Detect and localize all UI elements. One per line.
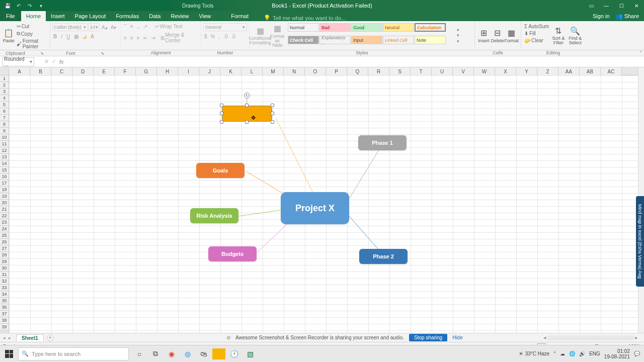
row-header[interactable]: 13 xyxy=(0,154,9,160)
notifications-icon[interactable]: 💬 xyxy=(634,351,640,356)
maximize-button[interactable]: ☐ xyxy=(614,0,629,11)
taskbar-search[interactable]: 🔍 Type here to search xyxy=(18,347,129,360)
delete-cells-button[interactable]: ⊟Delete xyxy=(491,22,504,48)
column-header[interactable]: X xyxy=(495,67,516,75)
qat-more-icon[interactable]: ▾ xyxy=(37,2,44,9)
fill-color-button[interactable]: ◢ xyxy=(82,33,88,40)
redo-icon[interactable]: ↷ xyxy=(26,2,33,9)
cut-button[interactable]: ✂Cut xyxy=(16,23,48,30)
sign-in-link[interactable]: Sign in xyxy=(593,13,610,19)
paste-button[interactable]: 📋 Paste xyxy=(2,22,16,48)
underline-button[interactable]: U xyxy=(65,33,71,40)
indent-dec-button[interactable]: ⇤ xyxy=(142,32,148,44)
hide-banner-link[interactable]: Hide xyxy=(452,335,463,340)
row-header[interactable]: 1 xyxy=(0,75,9,82)
inc-decimal-button[interactable]: .0 xyxy=(222,33,228,40)
indent-inc-button[interactable]: ⇥ xyxy=(150,32,156,44)
shape-phase2[interactable]: Phase 2 xyxy=(359,249,408,264)
accounting-button[interactable]: $ xyxy=(203,33,208,40)
row-header[interactable]: 7 xyxy=(0,115,9,121)
row-header[interactable]: 9 xyxy=(0,128,9,134)
autosum-button[interactable]: ΣAutoSum xyxy=(523,23,550,30)
chrome-icon[interactable]: ◉ xyxy=(164,345,179,363)
column-header[interactable]: Q xyxy=(347,67,368,75)
align-center-button[interactable]: ≡ xyxy=(129,32,134,44)
row-header[interactable]: 22 xyxy=(0,213,9,219)
clock[interactable]: 01:02 19-08-2021 xyxy=(604,348,630,359)
shape-budgets[interactable]: Budgets xyxy=(208,246,257,261)
column-header[interactable]: O xyxy=(305,67,326,75)
row-header[interactable]: 34 xyxy=(0,291,9,298)
task-view-icon[interactable]: ⧉ xyxy=(148,345,163,363)
tab-view[interactable]: View xyxy=(194,11,216,21)
row-header[interactable]: 36 xyxy=(0,304,9,311)
column-header[interactable]: F xyxy=(115,67,136,75)
row-header[interactable]: 12 xyxy=(0,147,9,154)
row-header[interactable]: 19 xyxy=(0,193,9,200)
stop-sharing-button[interactable]: Stop sharing xyxy=(409,334,447,341)
row-header[interactable]: 39 xyxy=(0,324,9,330)
column-header[interactable]: P xyxy=(326,67,347,75)
tab-home[interactable]: Home xyxy=(21,11,46,21)
save-icon[interactable]: 💾 xyxy=(4,2,11,9)
hscroll-left-icon[interactable]: ◂ xyxy=(543,334,546,341)
shrink-font-button[interactable]: A▾ xyxy=(110,23,118,31)
shape-goals[interactable]: Goals xyxy=(196,163,245,178)
insert-cells-button[interactable]: ⊞Insert xyxy=(477,22,491,48)
column-header[interactable]: U xyxy=(432,67,453,75)
row-header[interactable]: 29 xyxy=(0,258,9,265)
row-header[interactable]: 18 xyxy=(0,187,9,193)
edge-icon[interactable]: ◎ xyxy=(180,345,195,363)
style-explanatory[interactable]: Explanatory ... xyxy=(319,36,351,44)
column-header[interactable]: S xyxy=(389,67,411,75)
enter-formula-icon[interactable]: ✓ xyxy=(52,58,56,65)
minimize-button[interactable]: — xyxy=(599,0,614,11)
name-box[interactable]: Rounded ...▾ xyxy=(2,57,34,66)
tab-format[interactable]: Format xyxy=(226,11,254,21)
close-button[interactable]: ✕ xyxy=(629,0,644,11)
merge-center-button[interactable]: ⊞Merge & Center xyxy=(159,32,199,44)
fill-button[interactable]: ⬇Fill xyxy=(523,30,550,37)
style-linked-cell[interactable]: Linked Cell xyxy=(383,36,414,44)
tab-data[interactable]: Data xyxy=(144,11,166,21)
tell-me-search[interactable]: 💡 Tell me what you want to do... xyxy=(264,15,346,21)
cells-area[interactable]: ↻ ✥ Phase 1 Goals Risk Analysis Budgets … xyxy=(9,75,638,333)
align-bottom-button[interactable]: ⎵ xyxy=(136,23,141,30)
formula-input[interactable] xyxy=(66,57,644,66)
start-button[interactable] xyxy=(0,345,18,363)
row-header[interactable]: 8 xyxy=(0,121,9,128)
sort-filter-button[interactable]: ⇅Sort & Filter xyxy=(550,22,567,48)
sheet-nav-first-icon[interactable]: ◂ xyxy=(3,335,6,340)
row-header[interactable]: 21 xyxy=(0,206,9,213)
row-header[interactable]: 35 xyxy=(0,298,9,304)
dec-decimal-button[interactable]: .0 xyxy=(230,33,236,40)
row-header[interactable]: 17 xyxy=(0,180,9,187)
undo-icon[interactable]: ↶ xyxy=(15,2,22,9)
align-left-button[interactable]: ≡ xyxy=(123,32,128,44)
cell-styles-gallery[interactable]: Normal Bad Good Neutral Calculation Chec… xyxy=(286,22,457,48)
row-header[interactable]: 30 xyxy=(0,265,9,272)
style-note[interactable]: Note xyxy=(415,36,446,44)
rotate-handle-icon[interactable]: ↻ xyxy=(244,93,250,99)
number-format-select[interactable]: General▾ xyxy=(203,23,247,31)
side-panel-tab[interactable]: Mind map in excel (Esha Verma) Aug xyxy=(636,196,644,287)
tray-expand-icon[interactable]: ˄ xyxy=(553,351,556,356)
gallery-down-icon[interactable]: ▾ xyxy=(457,33,459,38)
row-header[interactable]: 20 xyxy=(0,200,9,206)
column-header[interactable]: AB xyxy=(580,67,601,75)
style-bad[interactable]: Bad xyxy=(319,23,351,32)
comma-button[interactable]: , xyxy=(217,33,221,40)
row-header[interactable]: 5 xyxy=(0,102,9,108)
row-header[interactable]: 31 xyxy=(0,272,9,278)
column-header[interactable]: W xyxy=(474,67,495,75)
style-good[interactable]: Good xyxy=(351,23,382,32)
font-color-button[interactable]: A xyxy=(90,33,95,40)
row-header[interactable]: 28 xyxy=(0,252,9,258)
column-header[interactable]: T xyxy=(411,67,432,75)
shape-risk[interactable]: Risk Analysis xyxy=(190,208,238,223)
network-icon[interactable]: 🌐 xyxy=(569,351,575,356)
selected-shape[interactable]: ↻ ✥ xyxy=(222,106,272,122)
style-check-cell[interactable]: Check Cell xyxy=(288,36,319,44)
column-header[interactable]: B xyxy=(30,67,51,75)
tab-formulas[interactable]: Formulas xyxy=(111,11,144,21)
